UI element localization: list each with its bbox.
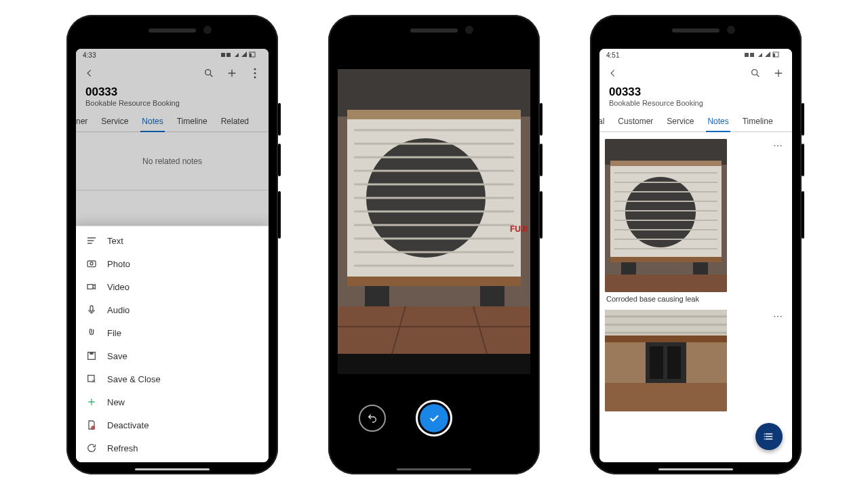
audio-icon [85, 304, 98, 316]
sheet-item-new[interactable]: New [76, 390, 269, 413]
svg-point-91 [764, 439, 766, 440]
search-icon[interactable] [749, 66, 762, 80]
sheet-item-save-close[interactable]: Save & Close [76, 367, 269, 390]
svg-point-63 [625, 177, 696, 247]
volume-button [802, 103, 804, 136]
confirm-photo-button[interactable] [416, 400, 452, 436]
back-icon[interactable] [606, 66, 620, 80]
note-more-icon[interactable]: ⋯ [773, 140, 784, 151]
sheet-label: Audio [107, 305, 130, 315]
sheet-label: Photo [107, 259, 130, 269]
svg-rect-27 [347, 110, 521, 119]
screen-b: FUJI [338, 49, 530, 462]
retake-button[interactable] [359, 405, 386, 432]
sheet-label: Deactivate [107, 420, 149, 430]
sheet-item-video[interactable]: Video [76, 275, 269, 298]
power-button [278, 191, 281, 239]
phone-front-camera [203, 26, 212, 34]
svg-rect-85 [605, 383, 727, 411]
phone-c: 4:51 00333 Bookable Resource Booking al … [590, 15, 802, 474]
svg-rect-49 [750, 53, 754, 57]
sheet-item-file[interactable]: File [76, 321, 269, 344]
tab-service[interactable]: Service [660, 111, 701, 131]
sheet-label: Video [107, 282, 130, 292]
phone-speaker [149, 28, 196, 33]
text-icon [85, 235, 98, 247]
sheet-label: Refresh [107, 443, 138, 453]
power-button [540, 191, 542, 239]
nav-bar [658, 468, 733, 470]
nav-bar [397, 468, 471, 470]
power-button [802, 191, 804, 239]
add-icon[interactable] [772, 66, 785, 80]
note-photo-thumb[interactable] [605, 310, 727, 411]
svg-line-55 [757, 75, 759, 77]
nav-bar [135, 468, 210, 470]
screen-a: 4:33 00333 Bookable Resource Booking ner [76, 49, 269, 462]
svg-rect-43 [338, 306, 530, 354]
volume-button-2 [278, 144, 281, 176]
refresh-icon [85, 442, 98, 454]
canvas: 4:33 00333 Bookable Resource Booking ner [0, 0, 868, 488]
notes-list[interactable]: ⋯ [599, 132, 792, 462]
svg-marker-51 [765, 52, 770, 57]
phone-a: 4:33 00333 Bookable Resource Booking ner [66, 15, 278, 474]
svg-rect-75 [605, 274, 727, 292]
sheet-label: Text [107, 236, 123, 246]
photo-ac-unit: FUJI [338, 69, 530, 354]
svg-rect-61 [610, 161, 722, 166]
sheet-item-deactivate[interactable]: Deactivate [76, 413, 269, 436]
svg-rect-25 [338, 69, 530, 117]
sheet-label: Save [107, 351, 127, 361]
tab-general-partial[interactable]: al [599, 111, 611, 131]
status-icons [743, 52, 785, 58]
deactivate-icon [85, 419, 98, 431]
svg-rect-53 [773, 54, 775, 57]
camera-controls [338, 374, 530, 462]
svg-rect-48 [745, 53, 749, 57]
sheet-item-audio[interactable]: Audio [76, 298, 269, 321]
photo-icon [85, 258, 98, 270]
volume-button [540, 103, 542, 136]
file-icon [85, 327, 98, 339]
add-note-fab[interactable] [755, 423, 783, 450]
phone-speaker [410, 28, 458, 33]
svg-rect-16 [90, 306, 93, 311]
svg-point-90 [764, 436, 766, 437]
phone-front-camera [465, 26, 473, 34]
phone-front-camera [727, 26, 735, 34]
svg-rect-81 [605, 336, 727, 342]
camera-statusbar [338, 49, 530, 69]
svg-rect-83 [650, 346, 663, 379]
photo-ac-unit [605, 139, 727, 292]
tab-notes[interactable]: Notes [701, 111, 735, 131]
volume-button [278, 103, 281, 136]
sheet-item-save[interactable]: Save [76, 344, 269, 367]
appbar [599, 61, 792, 85]
status-time: 4:51 [606, 52, 619, 59]
note-card-2[interactable]: ⋯ [605, 310, 787, 411]
record-entity: Bookable Resource Booking [599, 99, 792, 111]
sheet-item-text[interactable]: Text [76, 229, 269, 252]
camera-viewfinder: FUJI [338, 69, 530, 374]
volume-button-2 [802, 144, 804, 176]
svg-rect-13 [87, 261, 96, 267]
tab-customer[interactable]: Customer [611, 111, 660, 131]
tab-timeline[interactable]: Timeline [736, 111, 780, 131]
sheet-label: Save & Close [107, 374, 161, 384]
svg-rect-18 [90, 352, 93, 354]
video-icon [85, 281, 98, 293]
tabs: al Customer Service Notes Timeline [599, 111, 792, 132]
svg-point-14 [90, 262, 93, 265]
note-photo-thumb[interactable] [605, 139, 727, 292]
note-more-icon[interactable]: ⋯ [773, 311, 784, 322]
sheet-item-refresh[interactable]: Refresh [76, 436, 269, 460]
sheet-item-photo[interactable]: Photo [76, 252, 269, 275]
phone-speaker [672, 28, 719, 33]
note-card-1[interactable]: ⋯ [605, 139, 787, 306]
new-icon [85, 396, 98, 408]
svg-rect-15 [87, 285, 93, 289]
phone-b: FUJI [328, 15, 540, 474]
svg-line-23 [92, 427, 94, 429]
photo-ac-base [605, 310, 727, 411]
